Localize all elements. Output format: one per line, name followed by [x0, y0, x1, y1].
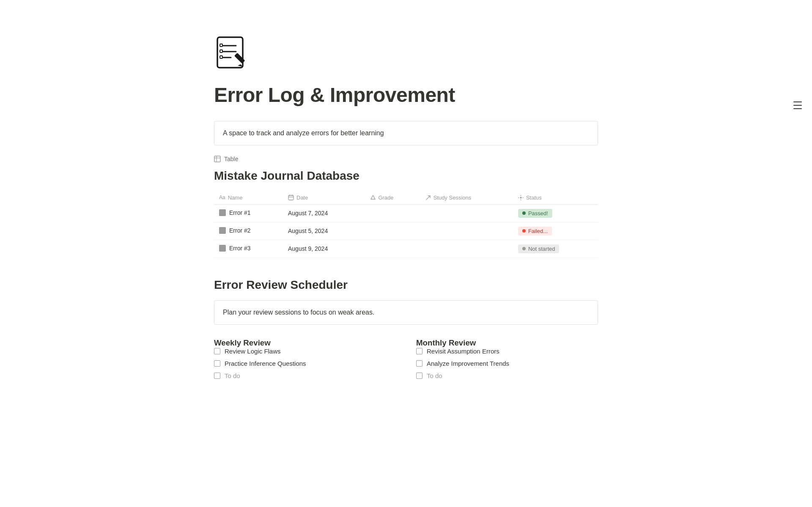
scheduler-title: Error Review Scheduler — [214, 278, 598, 292]
monthly-label-2: To do — [427, 372, 442, 379]
col-grade[interactable]: Grade — [365, 191, 420, 205]
status-dot — [522, 247, 526, 250]
svg-point-20 — [520, 199, 521, 200]
calendar-col-icon — [288, 195, 294, 200]
table-label[interactable]: Table — [214, 156, 598, 162]
svg-rect-4 — [220, 44, 222, 47]
table-cell-status: Not started — [513, 240, 598, 258]
checklist-edit-icon — [214, 34, 251, 71]
svg-point-21 — [518, 197, 519, 198]
monthly-item-1: Analyze Improvement Trends — [416, 360, 598, 367]
grade-col-icon — [370, 195, 376, 200]
row-icon-dot — [219, 209, 226, 216]
table-cell-date: August 9, 2024 — [283, 240, 365, 258]
date-col-label: Date — [296, 195, 308, 201]
weekly-checkbox-1[interactable] — [214, 360, 220, 367]
table-row[interactable]: Error #2August 5, 2024Failed... — [214, 222, 598, 240]
weekly-item-0: Review Logic Flaws — [214, 348, 396, 355]
monthly-label-0: Revisit Assumption Errors — [427, 348, 499, 355]
page-icon — [214, 34, 598, 73]
weekly-checkbox-0[interactable] — [214, 348, 220, 354]
monthly-checkbox-2[interactable] — [416, 373, 422, 379]
study-sessions-col-icon — [425, 195, 431, 200]
weekly-review-title: Weekly Review — [214, 338, 396, 348]
weekly-label-0: Review Logic Flaws — [225, 348, 281, 355]
status-label: Failed... — [528, 228, 548, 234]
status-badge: Not started — [518, 244, 560, 253]
page-title: Error Log & Improvement — [214, 83, 598, 107]
table-cell-date: August 5, 2024 — [283, 222, 365, 240]
col-date[interactable]: Date — [283, 191, 365, 205]
status-dot — [522, 211, 526, 215]
weekly-label-2: To do — [225, 372, 240, 379]
review-columns: Weekly Review Review Logic Flaws Practic… — [214, 338, 598, 384]
page-container: Error Log & Improvement A space to track… — [173, 0, 639, 418]
status-col-label: Status — [526, 195, 542, 201]
table-cell-grade — [365, 222, 420, 240]
table-cell-grade — [365, 204, 420, 222]
svg-point-18 — [520, 197, 521, 198]
col-status[interactable]: Status — [513, 191, 598, 205]
table-cell-name[interactable]: Error #2 — [214, 222, 283, 240]
weekly-review-column: Weekly Review Review Logic Flaws Practic… — [214, 338, 396, 384]
table-cell-study-sessions — [420, 204, 513, 222]
scheduler-section: Error Review Scheduler Plan your review … — [214, 278, 598, 384]
table-header-row: Aa Name Date — [214, 191, 598, 205]
svg-rect-6 — [220, 56, 222, 58]
table-cell-name[interactable]: Error #3 — [214, 240, 283, 258]
table-cell-status: Passed! — [513, 204, 598, 222]
weekly-checkbox-2[interactable] — [214, 373, 220, 379]
grade-col-label: Grade — [378, 195, 393, 201]
table-icon — [214, 156, 221, 162]
weekly-item-2: To do — [214, 372, 396, 379]
table-cell-date: August 7, 2024 — [283, 204, 365, 222]
svg-rect-12 — [288, 195, 294, 200]
svg-rect-5 — [220, 50, 222, 52]
scrollbar-hint — [793, 101, 802, 109]
status-badge: Failed... — [518, 227, 552, 236]
table-cell-status: Failed... — [513, 222, 598, 240]
database-title: Mistake Journal Database — [214, 169, 598, 183]
row-icon-dot — [219, 245, 226, 252]
status-label: Passed! — [528, 210, 548, 217]
table-label-text: Table — [224, 156, 238, 162]
svg-point-19 — [520, 195, 521, 196]
weekly-label-1: Practice Inference Questions — [225, 360, 306, 367]
table-row[interactable]: Error #3August 9, 2024Not started — [214, 240, 598, 258]
monthly-review-column: Monthly Review Revisit Assumption Errors… — [416, 338, 598, 384]
scrollbar-line-3 — [793, 108, 802, 109]
scrollbar-line-2 — [793, 105, 802, 106]
name-col-label: Name — [228, 195, 243, 201]
row-name: Error #1 — [229, 209, 251, 216]
monthly-checkbox-0[interactable] — [416, 348, 422, 354]
col-name[interactable]: Aa Name — [214, 191, 283, 205]
status-label: Not started — [528, 246, 555, 252]
monthly-checkbox-1[interactable] — [416, 360, 422, 367]
table-cell-name[interactable]: Error #1 — [214, 204, 283, 222]
svg-marker-16 — [371, 195, 375, 199]
database-section: Mistake Journal Database Aa Name — [214, 169, 598, 258]
weekly-item-1: Practice Inference Questions — [214, 360, 396, 367]
study-sessions-col-label: Study Sessions — [433, 195, 472, 201]
monthly-label-1: Analyze Improvement Trends — [427, 360, 509, 367]
table-header: Aa Name Date — [214, 191, 598, 205]
status-badge: Passed! — [518, 209, 552, 218]
row-name: Error #3 — [229, 245, 251, 252]
svg-rect-9 — [214, 156, 220, 162]
table-row[interactable]: Error #1August 7, 2024Passed! — [214, 204, 598, 222]
status-dot — [522, 229, 526, 233]
col-study-sessions[interactable]: Study Sessions — [420, 191, 513, 205]
monthly-item-0: Revisit Assumption Errors — [416, 348, 598, 355]
scheduler-description-box: Plan your review sessions to focus on we… — [214, 300, 598, 325]
scheduler-description-text: Plan your review sessions to focus on we… — [223, 309, 374, 316]
table-cell-grade — [365, 240, 420, 258]
row-name: Error #2 — [229, 227, 251, 234]
table-body: Error #1August 7, 2024Passed!Error #2Aug… — [214, 204, 598, 258]
table-cell-study-sessions — [420, 240, 513, 258]
table-cell-study-sessions — [420, 222, 513, 240]
monthly-item-2: To do — [416, 372, 598, 379]
scrollbar-line-1 — [793, 101, 802, 102]
svg-line-17 — [426, 196, 430, 200]
name-col-icon: Aa — [219, 195, 225, 200]
description-text: A space to track and analyze errors for … — [223, 129, 384, 137]
